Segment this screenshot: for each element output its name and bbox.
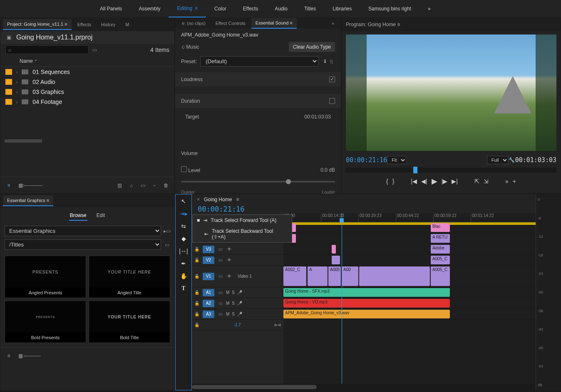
eg-card-angled-presents[interactable]: PRESENTSAngled Presents <box>5 256 86 298</box>
mark-in-icon[interactable]: { <box>386 178 388 185</box>
clip[interactable] <box>359 266 430 286</box>
tab-history[interactable]: History <box>97 20 119 30</box>
close-sequence-icon[interactable]: × <box>197 197 200 202</box>
step-fwd-icon[interactable]: |▶ <box>442 178 448 185</box>
play-icon[interactable]: ▶ <box>432 177 437 186</box>
new-bin-icon[interactable]: ▭ <box>139 182 146 189</box>
type-tool-icon[interactable]: T <box>181 285 185 292</box>
find-icon[interactable]: ⌕ <box>128 182 134 189</box>
clip[interactable]: A005 <box>328 266 341 286</box>
download-icon[interactable]: ⬇ <box>322 58 328 65</box>
step-back-icon[interactable]: ◀| <box>421 178 427 185</box>
tool-track-select-forward[interactable]: ■⇥Track Select Forward Tool (A) <box>193 215 292 226</box>
eg-card-bold-title[interactable]: YOUR TITLE HEREBold Title <box>89 301 170 343</box>
clip[interactable]: A005_C <box>431 266 450 286</box>
clip[interactable]: A RETU <box>431 234 450 243</box>
panel-overflow-icon[interactable]: » <box>328 18 338 28</box>
clip[interactable]: Blac <box>431 223 450 232</box>
filter-icon[interactable]: ▭ <box>91 47 98 53</box>
folder-sequences[interactable]: ›01 Sequences <box>0 67 174 77</box>
volume-slider[interactable] <box>181 181 335 182</box>
ripple-edit-tool-icon[interactable]: ⇆ <box>181 223 186 229</box>
program-viewport[interactable] <box>346 35 556 151</box>
clip[interactable]: A00 <box>342 266 358 286</box>
folder-graphics[interactable]: ›03 Graphics <box>0 87 174 97</box>
mark-out-icon[interactable]: } <box>392 178 395 185</box>
slip-tool-icon[interactable]: |↔| <box>179 248 188 254</box>
program-tc-current[interactable]: 00:00:21:16 <box>346 156 387 164</box>
trash-icon[interactable]: 🗑 <box>163 182 169 189</box>
ws-tab-effects[interactable]: Effects <box>235 0 266 17</box>
ws-tab-libraries[interactable]: Libraries <box>324 0 360 17</box>
eg-tab-edit[interactable]: Edit <box>96 211 106 221</box>
ws-tab-editing[interactable]: Editing≡ <box>169 0 206 17</box>
ws-tab-titles[interactable]: Titles <box>296 0 324 17</box>
clip[interactable]: Going Home - SFX.mp3 <box>283 288 450 297</box>
column-name[interactable]: Name ⌃ <box>0 56 174 67</box>
tool-track-select-backward[interactable]: ⇤Track Select Backward Tool (⇧+A) <box>193 226 292 242</box>
clip[interactable]: Adobe <box>431 245 450 254</box>
timeline-h-scroll[interactable] <box>192 384 536 390</box>
clear-audio-type-button[interactable]: Clear Audio Type <box>289 42 335 52</box>
ws-tab-audio[interactable]: Audio <box>266 0 296 17</box>
eg-grid-icon[interactable]: ▦ <box>17 353 24 359</box>
list-view-icon[interactable]: ≡ <box>5 182 12 189</box>
track-v2[interactable]: 🔓V2▭👁 <box>192 255 283 266</box>
wrench-icon[interactable]: 🔧 <box>509 157 515 163</box>
search-input[interactable] <box>5 45 89 54</box>
eg-library-select[interactable]: Essential Graphics <box>5 226 161 236</box>
tab-source[interactable]: e: (no clips) <box>178 18 210 28</box>
tab-effects[interactable]: Effects <box>73 20 95 30</box>
clip[interactable]: APM_Adobe_Going Home_v3.wav <box>283 310 450 318</box>
track-a1[interactable]: 🔓A1▭MS🎤 <box>192 287 283 298</box>
ws-tab-color[interactable]: Color <box>206 0 235 17</box>
extract-icon[interactable]: ⇲ <box>484 178 489 185</box>
folder-footage[interactable]: ›04 Footage <box>0 97 174 107</box>
timeline-tc[interactable]: 00:00:21:16 <box>192 205 536 213</box>
zoom-select[interactable]: Fit <box>387 156 407 164</box>
ws-tab-all-panels[interactable]: All Panels <box>92 0 130 17</box>
eg-reveal-icon[interactable]: ▸▭ <box>164 228 170 234</box>
ws-tab-assembly[interactable]: Assembly <box>130 0 169 17</box>
razor-tool-icon[interactable]: ◆ <box>181 235 186 242</box>
program-ruler[interactable] <box>346 168 556 173</box>
eg-tab-browse[interactable]: Browse <box>69 211 87 221</box>
freeform-view-icon[interactable]: ○───── <box>29 182 35 189</box>
eg-folder-icon[interactable]: ▭ <box>164 242 170 248</box>
selection-tool-icon[interactable]: ↖ <box>181 198 186 205</box>
clip[interactable]: A005_C <box>431 256 450 264</box>
sequence-name[interactable]: Going Home <box>204 197 232 202</box>
tab-effect-controls[interactable]: Effect Controls <box>211 18 250 28</box>
clip[interactable]: A002_C <box>283 266 306 286</box>
trash-preset-icon[interactable]: 🗑 <box>328 58 335 65</box>
tab-essential-graphics[interactable]: Essential Graphics ≡ <box>3 195 53 206</box>
eg-card-bold-presents[interactable]: PRESENTSBold Presents <box>5 301 86 343</box>
track-a2[interactable]: 🔓A2▭MS🎤 <box>192 298 283 309</box>
track-master[interactable]: 🔓-1.7⊳⊲ <box>192 320 283 330</box>
eg-list-icon[interactable]: ≡ <box>5 353 12 359</box>
hand-tool-icon[interactable]: ✋ <box>180 273 187 279</box>
playhead[interactable] <box>342 213 342 384</box>
ws-tab-samsung[interactable]: Samsung bins right <box>360 0 420 17</box>
tab-essential-sound[interactable]: Essential Sound ≡ <box>251 18 297 29</box>
track-a3[interactable]: 🔓A3▭MS🎤 <box>192 309 283 320</box>
duration-toggle[interactable] <box>329 98 335 104</box>
timeline-canvas[interactable]: 00:00 00:00:14:23 00:00:29:23 00:00:44:2… <box>283 213 536 384</box>
clip[interactable]: Going Home - VO.mp3 <box>283 299 450 308</box>
pen-tool-icon[interactable]: ✒ <box>181 260 186 267</box>
track-v1[interactable]: 🔓V1▭👁Video 1 <box>192 266 283 287</box>
level-toggle[interactable] <box>181 166 187 172</box>
tab-markers[interactable]: M <box>121 20 133 30</box>
clip[interactable] <box>332 245 336 254</box>
preset-select[interactable]: (Default) <box>200 56 318 67</box>
lift-icon[interactable]: ⇱ <box>474 178 479 185</box>
eg-zoom-slider[interactable]: ○──── <box>29 353 35 359</box>
button-editor-icon[interactable]: + <box>513 178 516 185</box>
tab-project[interactable]: Project: Going Home_v11.1 ≡ <box>3 19 72 30</box>
h-scroll[interactable] <box>5 139 42 143</box>
ws-overflow-icon[interactable]: » <box>420 0 439 17</box>
track-select-tool-icon[interactable]: ⇥▸ <box>180 210 188 217</box>
go-to-in-icon[interactable]: |◀ <box>411 178 417 185</box>
export-frame-icon[interactable]: » <box>505 178 509 185</box>
loudness-toggle[interactable] <box>329 76 335 82</box>
